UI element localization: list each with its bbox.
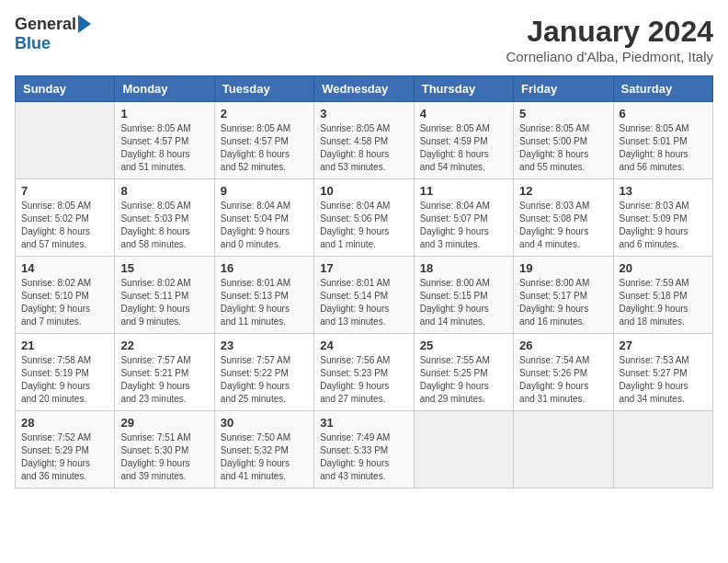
day-number: 13 bbox=[620, 184, 707, 198]
day-info: Sunrise: 8:05 AMSunset: 5:00 PMDaylight:… bbox=[519, 122, 607, 174]
day-info: Sunrise: 7:59 AMSunset: 5:18 PMDaylight:… bbox=[620, 277, 707, 328]
calendar-cell: 28Sunrise: 7:52 AMSunset: 5:29 PMDayligh… bbox=[16, 411, 115, 488]
calendar-cell: 14Sunrise: 8:02 AMSunset: 5:10 PMDayligh… bbox=[16, 257, 115, 334]
day-number: 21 bbox=[21, 339, 108, 352]
day-info: Sunrise: 7:53 AMSunset: 5:27 PMDaylight:… bbox=[620, 354, 707, 406]
location-text: Corneliano d'Alba, Piedmont, Italy bbox=[506, 49, 714, 64]
calendar-week-row: 7Sunrise: 8:05 AMSunset: 5:02 PMDaylight… bbox=[16, 179, 713, 257]
calendar-header-saturday: Saturday bbox=[613, 76, 712, 102]
calendar-cell: 19Sunrise: 8:00 AMSunset: 5:17 PMDayligh… bbox=[514, 257, 613, 334]
calendar-cell: 25Sunrise: 7:55 AMSunset: 5:25 PMDayligh… bbox=[414, 334, 513, 411]
calendar-cell: 31Sunrise: 7:49 AMSunset: 5:33 PMDayligh… bbox=[314, 411, 414, 488]
logo: General Blue bbox=[15, 15, 91, 53]
day-info: Sunrise: 7:57 AMSunset: 5:21 PMDaylight:… bbox=[120, 354, 208, 406]
day-info: Sunrise: 8:05 AMSunset: 5:02 PMDaylight:… bbox=[21, 200, 108, 251]
day-number: 2 bbox=[221, 107, 308, 121]
day-number: 28 bbox=[21, 416, 108, 430]
day-number: 27 bbox=[620, 339, 707, 352]
day-number: 25 bbox=[420, 339, 507, 352]
day-info: Sunrise: 8:01 AMSunset: 5:13 PMDaylight:… bbox=[221, 277, 308, 328]
day-number: 20 bbox=[620, 261, 707, 275]
day-number: 4 bbox=[420, 107, 507, 121]
calendar-cell: 7Sunrise: 8:05 AMSunset: 5:02 PMDaylight… bbox=[16, 179, 115, 257]
day-number: 29 bbox=[120, 416, 208, 430]
calendar-header-friday: Friday bbox=[514, 76, 613, 102]
day-number: 7 bbox=[21, 184, 108, 198]
calendar-cell: 13Sunrise: 8:03 AMSunset: 5:09 PMDayligh… bbox=[613, 179, 712, 257]
day-info: Sunrise: 7:57 AMSunset: 5:22 PMDaylight:… bbox=[221, 354, 308, 406]
calendar-week-row: 21Sunrise: 7:58 AMSunset: 5:19 PMDayligh… bbox=[16, 334, 713, 411]
calendar-cell: 15Sunrise: 8:02 AMSunset: 5:11 PMDayligh… bbox=[115, 257, 214, 334]
day-number: 15 bbox=[120, 261, 208, 275]
day-number: 23 bbox=[221, 339, 308, 352]
day-info: Sunrise: 8:02 AMSunset: 5:11 PMDaylight:… bbox=[120, 277, 208, 328]
calendar-header-wednesday: Wednesday bbox=[314, 76, 414, 102]
calendar-cell: 5Sunrise: 8:05 AMSunset: 5:00 PMDaylight… bbox=[514, 102, 613, 179]
day-info: Sunrise: 8:05 AMSunset: 4:57 PMDaylight:… bbox=[120, 122, 208, 174]
calendar-week-row: 14Sunrise: 8:02 AMSunset: 5:10 PMDayligh… bbox=[16, 257, 713, 334]
day-number: 1 bbox=[120, 107, 208, 121]
day-info: Sunrise: 8:00 AMSunset: 5:15 PMDaylight:… bbox=[420, 277, 507, 328]
calendar-cell: 6Sunrise: 8:05 AMSunset: 5:01 PMDaylight… bbox=[613, 102, 712, 179]
day-number: 11 bbox=[420, 184, 507, 198]
calendar-header-sunday: Sunday bbox=[16, 76, 115, 102]
calendar-cell: 21Sunrise: 7:58 AMSunset: 5:19 PMDayligh… bbox=[16, 334, 115, 411]
calendar-cell: 18Sunrise: 8:00 AMSunset: 5:15 PMDayligh… bbox=[414, 257, 513, 334]
day-number: 24 bbox=[320, 339, 407, 352]
day-number: 30 bbox=[221, 416, 308, 430]
calendar-cell: 1Sunrise: 8:05 AMSunset: 4:57 PMDaylight… bbox=[115, 102, 214, 179]
day-number: 6 bbox=[620, 107, 707, 121]
day-info: Sunrise: 8:03 AMSunset: 5:08 PMDaylight:… bbox=[519, 200, 607, 251]
day-info: Sunrise: 7:55 AMSunset: 5:25 PMDaylight:… bbox=[420, 354, 507, 406]
day-info: Sunrise: 8:03 AMSunset: 5:09 PMDaylight:… bbox=[620, 200, 707, 251]
calendar-header-tuesday: Tuesday bbox=[214, 76, 313, 102]
day-info: Sunrise: 8:04 AMSunset: 5:04 PMDaylight:… bbox=[221, 200, 308, 251]
calendar-cell: 2Sunrise: 8:05 AMSunset: 4:57 PMDaylight… bbox=[214, 102, 313, 179]
day-info: Sunrise: 7:52 AMSunset: 5:29 PMDaylight:… bbox=[21, 431, 108, 483]
day-number: 18 bbox=[420, 261, 507, 275]
calendar-cell bbox=[414, 411, 513, 488]
calendar-cell bbox=[613, 411, 712, 488]
day-info: Sunrise: 8:02 AMSunset: 5:10 PMDaylight:… bbox=[21, 277, 108, 328]
calendar-cell: 12Sunrise: 8:03 AMSunset: 5:08 PMDayligh… bbox=[514, 179, 613, 257]
calendar-header-monday: Monday bbox=[115, 76, 214, 102]
calendar-cell: 17Sunrise: 8:01 AMSunset: 5:14 PMDayligh… bbox=[314, 257, 414, 334]
day-number: 16 bbox=[221, 261, 308, 275]
calendar-cell: 3Sunrise: 8:05 AMSunset: 4:58 PMDaylight… bbox=[314, 102, 414, 179]
calendar-header-row: SundayMondayTuesdayWednesdayThursdayFrid… bbox=[16, 76, 713, 102]
calendar-week-row: 1Sunrise: 8:05 AMSunset: 4:57 PMDaylight… bbox=[16, 102, 713, 179]
day-info: Sunrise: 8:00 AMSunset: 5:17 PMDaylight:… bbox=[519, 277, 607, 328]
day-number: 14 bbox=[21, 261, 108, 275]
day-info: Sunrise: 8:04 AMSunset: 5:07 PMDaylight:… bbox=[420, 200, 507, 251]
day-info: Sunrise: 8:04 AMSunset: 5:06 PMDaylight:… bbox=[320, 200, 407, 251]
calendar-cell: 16Sunrise: 8:01 AMSunset: 5:13 PMDayligh… bbox=[214, 257, 313, 334]
calendar-cell: 27Sunrise: 7:53 AMSunset: 5:27 PMDayligh… bbox=[613, 334, 712, 411]
day-info: Sunrise: 7:58 AMSunset: 5:19 PMDaylight:… bbox=[21, 354, 108, 406]
day-number: 8 bbox=[120, 184, 208, 198]
calendar-week-row: 28Sunrise: 7:52 AMSunset: 5:29 PMDayligh… bbox=[16, 411, 713, 488]
month-title: January 2024 bbox=[506, 15, 714, 49]
day-info: Sunrise: 8:05 AMSunset: 4:57 PMDaylight:… bbox=[221, 122, 308, 174]
calendar-cell: 23Sunrise: 7:57 AMSunset: 5:22 PMDayligh… bbox=[214, 334, 313, 411]
calendar-cell: 26Sunrise: 7:54 AMSunset: 5:26 PMDayligh… bbox=[514, 334, 613, 411]
logo-arrow-icon bbox=[78, 15, 91, 33]
title-block: January 2024 Corneliano d'Alba, Piedmont… bbox=[506, 15, 714, 64]
day-number: 3 bbox=[320, 107, 407, 121]
calendar-cell: 29Sunrise: 7:51 AMSunset: 5:30 PMDayligh… bbox=[115, 411, 214, 488]
calendar-cell: 30Sunrise: 7:50 AMSunset: 5:32 PMDayligh… bbox=[214, 411, 313, 488]
logo-general-text: General bbox=[15, 15, 76, 34]
day-number: 5 bbox=[519, 107, 607, 121]
day-info: Sunrise: 8:05 AMSunset: 4:59 PMDaylight:… bbox=[420, 122, 507, 174]
day-info: Sunrise: 7:54 AMSunset: 5:26 PMDaylight:… bbox=[519, 354, 607, 406]
day-info: Sunrise: 8:05 AMSunset: 4:58 PMDaylight:… bbox=[320, 122, 407, 174]
page-header: General Blue January 2024 Corneliano d'A… bbox=[15, 15, 713, 64]
day-number: 22 bbox=[120, 339, 208, 352]
day-number: 26 bbox=[519, 339, 607, 352]
calendar-cell: 10Sunrise: 8:04 AMSunset: 5:06 PMDayligh… bbox=[314, 179, 414, 257]
day-info: Sunrise: 7:49 AMSunset: 5:33 PMDaylight:… bbox=[320, 431, 407, 483]
calendar-cell: 9Sunrise: 8:04 AMSunset: 5:04 PMDaylight… bbox=[214, 179, 313, 257]
day-number: 10 bbox=[320, 184, 407, 198]
day-info: Sunrise: 7:56 AMSunset: 5:23 PMDaylight:… bbox=[320, 354, 407, 406]
day-number: 19 bbox=[519, 261, 607, 275]
day-number: 12 bbox=[519, 184, 607, 198]
